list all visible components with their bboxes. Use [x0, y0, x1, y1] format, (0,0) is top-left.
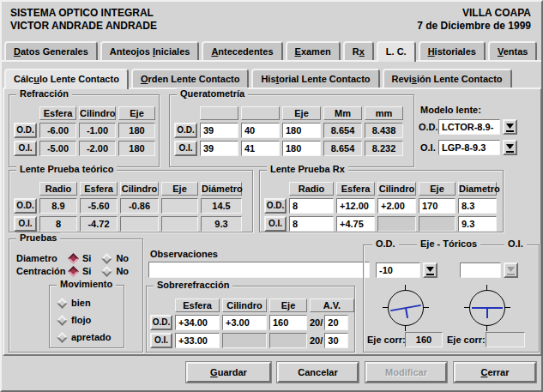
movimiento-apretado-radio[interactable]	[57, 332, 68, 343]
pruebas-centracion-no-label[interactable]: No	[116, 266, 129, 276]
rx-oi-cilindro	[377, 216, 416, 232]
pruebas-centracion-si-radio[interactable]	[68, 266, 79, 277]
rx-oi-esfera-input[interactable]	[336, 216, 375, 232]
teorico-od-diametro: 14.5	[201, 198, 242, 214]
lc-page: Cálculo Lente Contacto Orden Lente Conta…	[2, 60, 543, 356]
rx-od-cilindro-input[interactable]	[377, 198, 416, 214]
pruebas-centracion-si-label[interactable]: Si	[82, 266, 91, 276]
sobre-od-eje-input[interactable]	[269, 315, 307, 330]
modelo-lente-oi-combo	[438, 140, 517, 155]
queratometria-od-k1-input[interactable]	[200, 123, 238, 138]
refraccion-od-cilindro: -1.00	[79, 123, 116, 138]
tab-antecedentes[interactable]: Antecedentes	[202, 41, 282, 60]
tab-lc[interactable]: L. C.	[377, 41, 416, 62]
teorico-oi-eje	[161, 216, 198, 232]
subtab-orden-lente-contacto[interactable]: Orden Lente Contacto	[131, 69, 250, 87]
refraccion-od-esfera: -6.00	[39, 123, 76, 138]
pruebas-centracion-no-radio[interactable]	[102, 266, 113, 277]
sobre-oi-av-input[interactable]	[324, 333, 348, 348]
queratometria-od-Mm: 8.654	[323, 123, 362, 138]
teorico-header-cilindro: Cilindro	[120, 182, 159, 196]
sobre-od-esfera-input[interactable]	[175, 315, 220, 330]
refraccion-header-cilindro: Cilindro	[79, 106, 116, 120]
teorico-od-cilindro: -0.86	[120, 198, 159, 214]
lente-prueba-teorico-title: Lente Prueba teórico	[16, 164, 117, 174]
pruebas-diametro-no-radio[interactable]	[102, 253, 113, 264]
rx-od-radio-input[interactable]	[289, 198, 334, 214]
pruebas-diametro-si-label[interactable]: Si	[82, 253, 91, 263]
app-window: SISTEMA OPTICO INTEGRAL VICTOR ANDRADE A…	[0, 0, 543, 392]
toricos-od-eje-input[interactable]	[376, 262, 420, 278]
cancelar-button[interactable]: Cancelar	[277, 362, 359, 383]
cerrar-button[interactable]: Cerrar	[454, 362, 536, 383]
movimiento-apretado-label[interactable]: apretado	[71, 332, 111, 342]
sobre-oi-button[interactable]: O.I.	[150, 333, 172, 348]
sobrerefraccion-groupbox: Sobrerefracción Esfera Cilindro Eje A.V.…	[146, 286, 355, 353]
observaciones-label: Observaciones	[150, 249, 218, 259]
sobre-od-button[interactable]: O.D.	[150, 315, 172, 330]
rx-od-eje-input[interactable]	[419, 198, 456, 214]
rx-oi-radio-input[interactable]	[289, 216, 334, 232]
subtab-revision-lente-contacto[interactable]: Revisión Lente Contacto	[383, 69, 512, 87]
toricos-od-title: O.D.	[372, 238, 399, 249]
teorico-oi-radio: 8	[39, 216, 77, 232]
tab-historiales[interactable]: Historiales	[419, 41, 486, 60]
modelo-lente-od-dropdown-icon[interactable]	[503, 119, 517, 135]
tab-rx[interactable]: Rx	[343, 41, 374, 60]
queratometria-oi-button[interactable]: O.I.	[174, 141, 197, 156]
toricos-od-dropdown-icon[interactable]	[423, 262, 437, 278]
queratometria-od-eje-input[interactable]	[282, 123, 321, 138]
toricos-oi-title: O.I.	[504, 238, 527, 249]
teorico-oi-button[interactable]: O.I.	[14, 216, 37, 232]
subtab-calculo-lente-contacto[interactable]: Cálculo Lente Contacto	[4, 69, 129, 89]
modelo-lente-od-input[interactable]	[438, 119, 500, 135]
rx-oi-button[interactable]: O.I.	[264, 216, 287, 232]
observaciones-input[interactable]	[148, 262, 370, 278]
refraccion-od-button[interactable]: O.D.	[14, 123, 37, 138]
pruebas-diametro-si-radio[interactable]	[68, 253, 79, 264]
pruebas-diametro-no-label[interactable]: No	[116, 253, 129, 263]
rx-od-button[interactable]: O.D.	[264, 198, 287, 214]
guardar-button[interactable]: Guardar	[186, 362, 271, 383]
queratometria-oi-k1-input[interactable]	[200, 141, 238, 156]
branch-name: VILLA COAPA	[417, 7, 531, 20]
teorico-oi-cilindro	[120, 216, 159, 232]
queratometria-header-eje: Eje	[282, 106, 321, 120]
modelo-lente-oi-dropdown-icon[interactable]	[503, 140, 517, 155]
sobre-od-av-input[interactable]	[324, 315, 348, 330]
lente-prueba-rx-title: Lente Prueba Rx	[267, 164, 348, 174]
toricos-od-axis-dial	[388, 290, 424, 326]
sobre-header-esfera: Esfera	[175, 299, 220, 312]
queratometria-oi-eje-input[interactable]	[282, 141, 321, 156]
sobre-od-cilindro-input[interactable]	[222, 315, 267, 330]
pruebas-groupbox: Pruebas Diametro Si No Centración Si No …	[9, 238, 143, 353]
movimiento-bien-radio[interactable]	[57, 298, 68, 309]
refraccion-oi-button[interactable]: O.I.	[14, 141, 37, 156]
teorico-oi-diametro: 9.3	[201, 216, 242, 232]
pruebas-diametro-options: Si No	[69, 253, 129, 263]
modificar-button[interactable]: Modificar	[365, 362, 447, 383]
rx-oi-diametro-input[interactable]	[458, 216, 497, 232]
movimiento-flojo-radio[interactable]	[57, 315, 68, 326]
toricos-oi-eje-input[interactable]	[460, 262, 501, 278]
current-date: 7 de Diciembre de 1999	[417, 20, 531, 33]
queratometria-od-button[interactable]: O.D.	[174, 123, 197, 138]
modelo-lente-od-label: O.D.	[419, 122, 438, 132]
tab-anteojos-iniciales[interactable]: Anteojos Iniciales	[100, 41, 200, 60]
refraccion-header-eje: Eje	[118, 106, 155, 120]
rx-od-esfera-input[interactable]	[336, 198, 375, 214]
movimiento-flojo-label[interactable]: flojo	[71, 315, 91, 325]
modelo-lente-oi-input[interactable]	[438, 140, 500, 155]
tab-examen[interactable]: Examen	[286, 41, 341, 60]
refraccion-header-esfera: Esfera	[39, 106, 76, 120]
toricos-oi-dropdown-icon[interactable]	[504, 262, 518, 278]
movimiento-bien-label[interactable]: bien	[71, 298, 91, 308]
teorico-od-button[interactable]: O.D.	[14, 198, 37, 214]
rx-od-diametro-input[interactable]	[458, 198, 497, 214]
sobre-oi-esfera-input[interactable]	[175, 333, 220, 348]
tab-datos-generales[interactable]: Datos Generales	[4, 41, 98, 60]
queratometria-od-k2-input[interactable]	[241, 123, 280, 138]
queratometria-oi-k2-input[interactable]	[241, 141, 280, 156]
tab-ventas[interactable]: Ventas	[488, 41, 537, 60]
subtab-historial-lente-contacto[interactable]: Historial Lente Contacto	[251, 69, 379, 87]
